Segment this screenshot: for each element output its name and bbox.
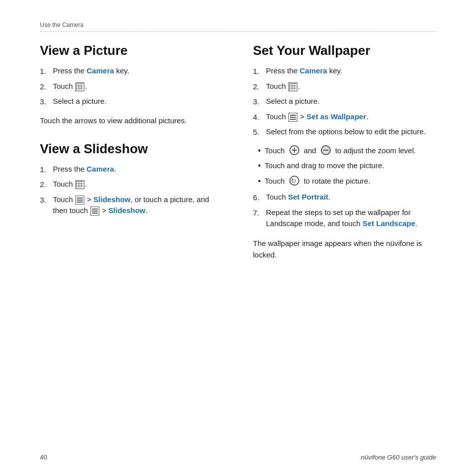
set-portrait-link: Set Portrait xyxy=(288,193,328,201)
view-picture-title: View a Picture xyxy=(40,43,223,58)
wallpaper-steps: Press the Camera key. Touch . Select a p… xyxy=(253,65,436,138)
bullet-1: Touch and to adjust the zoom level. xyxy=(258,145,436,157)
grid-icon-3 xyxy=(288,82,297,91)
wp-step-3: Select a picture. xyxy=(253,96,436,108)
grid-icon-1 xyxy=(75,82,84,91)
step-2: Touch . xyxy=(40,81,223,93)
minus-circle-icon xyxy=(321,145,331,155)
set-wallpaper-section: Set Your Wallpaper Press the Camera key.… xyxy=(253,43,436,260)
view-picture-steps: Press the Camera key. Touch . Select a p… xyxy=(40,65,223,108)
wp-step-6: Touch Set Portrait. xyxy=(253,192,436,204)
view-slideshow-steps: Press the Camera. Touch . Touch > Slides… xyxy=(40,164,223,217)
grid-icon-2 xyxy=(75,180,84,189)
slide-step-3: Touch > Slideshow, or touch a picture, a… xyxy=(40,194,223,217)
view-picture-note: Touch the arrows to view additional pict… xyxy=(40,115,223,126)
left-column: View a Picture Press the Camera key. Tou… xyxy=(40,43,223,271)
slideshow-link-1: Slideshow xyxy=(93,195,130,204)
wp-step-2: Touch . xyxy=(253,81,436,93)
footer: 40 nüvifone G60 user's guide xyxy=(40,454,436,461)
menu-icon-3 xyxy=(288,113,297,122)
step-1: Press the Camera key. xyxy=(40,65,223,77)
camera-link-1: Camera xyxy=(87,66,114,75)
bullet-2: Touch and drag to move the picture. xyxy=(258,160,436,172)
set-wallpaper-title: Set Your Wallpaper xyxy=(253,43,436,58)
wallpaper-note: The wallpaper image appears when the nüv… xyxy=(253,238,436,261)
slide-step-1: Press the Camera. xyxy=(40,164,223,176)
slideshow-link-2: Slideshow xyxy=(108,206,145,215)
page-container: Use the Camera View a Picture Press the … xyxy=(0,0,476,476)
view-slideshow-section: View a Slideshow Press the Camera. Touch… xyxy=(40,141,223,217)
wp-step-1: Press the Camera key. xyxy=(253,65,436,77)
menu-icon-1 xyxy=(75,196,84,205)
view-slideshow-title: View a Slideshow xyxy=(40,141,223,157)
wp-step-5: Select from the options below to edit th… xyxy=(253,126,436,138)
slide-step-2: Touch . xyxy=(40,179,223,191)
plus-circle-icon xyxy=(289,145,299,155)
camera-link-2: Camera xyxy=(87,165,114,173)
wp-step-7: Repeat the steps to set up the wallpaper… xyxy=(253,207,436,230)
right-column: Set Your Wallpaper Press the Camera key.… xyxy=(253,43,436,271)
step-3: Select a picture. xyxy=(40,96,223,108)
breadcrumb-text: Use the Camera xyxy=(40,21,83,28)
content-columns: View a Picture Press the Camera key. Tou… xyxy=(40,43,436,271)
wallpaper-bullets: Touch and to adjust the zoom level. Touc… xyxy=(253,145,436,187)
page-number: 40 xyxy=(40,454,47,461)
set-landscape-link: Set Landscape xyxy=(362,219,415,228)
set-wallpaper-link: Set as Wallpaper xyxy=(306,112,366,121)
wp-step-4: Touch > Set as Wallpaper. xyxy=(253,111,436,123)
menu-icon-2 xyxy=(90,207,99,216)
view-picture-section: View a Picture Press the Camera key. Tou… xyxy=(40,43,223,126)
brand-name: nüvifone G60 user's guide xyxy=(361,454,436,461)
rotate-icon xyxy=(289,176,299,186)
wallpaper-steps-continued: Touch Set Portrait. Repeat the steps to … xyxy=(253,192,436,230)
bullet-3: Touch to rotate the picture. xyxy=(258,176,436,187)
breadcrumb: Use the Camera xyxy=(40,20,436,32)
camera-link-3: Camera xyxy=(300,66,327,75)
